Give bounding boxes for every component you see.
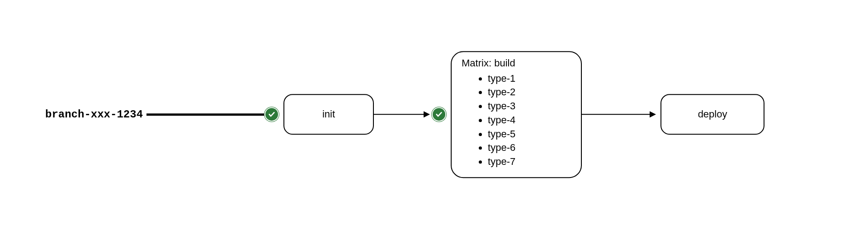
arrow-line [582,114,650,115]
arrow-line [374,114,424,115]
arrow-head-icon [424,111,430,117]
stage-deploy: deploy [660,94,764,135]
arrow-head-icon [650,111,656,117]
stage-matrix-build: Matrix: build type-1 type-2 type-3 type-… [451,51,582,178]
branch-connector-line [146,113,266,116]
stage-deploy-label: deploy [698,108,727,120]
pipeline-diagram: branch-xxx-1234 init Matrix: build type-… [45,51,764,178]
matrix-item: type-2 [488,86,572,100]
matrix-item: type-3 [488,99,572,113]
check-success-icon [265,108,278,121]
matrix-item: type-5 [488,127,572,141]
matrix-item: type-6 [488,141,572,155]
check-success-icon [433,108,445,121]
matrix-item: type-1 [488,72,572,86]
matrix-items-list: type-1 type-2 type-3 type-4 type-5 type-… [461,72,572,169]
arrow-connector [374,114,430,115]
matrix-item: type-4 [488,113,572,127]
matrix-title: Matrix: build [462,57,572,69]
branch-name: branch-xxx-1234 [45,108,143,121]
stage-init-label: init [322,108,335,120]
matrix-item: type-7 [488,155,572,169]
arrow-connector [582,114,656,115]
stage-init: init [283,94,374,135]
